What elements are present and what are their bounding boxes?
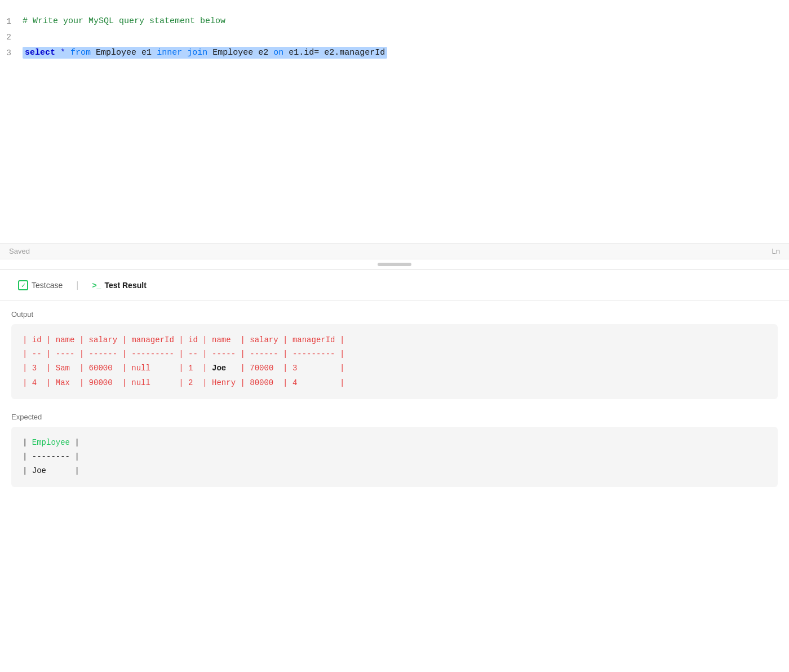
kw-join: join [187,48,207,58]
tab-testresult-label: Test Result [104,281,146,290]
line-content-3: select * from Employee e1 inner join Emp… [23,46,789,60]
output-row-2: | -- | ---- | ------ | --------- | -- | … [23,347,766,361]
output-box: | id | name | salary | managerId | id | … [11,324,778,399]
line-number-1: 1 [0,15,23,28]
status-ln: Ln [772,247,780,255]
tab-testcase[interactable]: ✓ Testcase [11,277,69,294]
expected-row-1: | Employee | [23,436,766,450]
line-number-3: 3 [0,47,23,59]
expected-row-2: | -------- | [23,450,766,464]
code-line-2: 2 [0,29,789,45]
tab-separator: | [76,280,78,290]
code-line-1: 1 # Write your MySQL query statement bel… [0,14,789,29]
code-lines: 1 # Write your MySQL query statement bel… [0,9,789,65]
bottom-panel: ✓ Testcase | >_ Test Result Output | id … [0,270,789,498]
expected-box: | Employee | | -------- | | Joe | [11,427,778,488]
kw-star: * [60,48,65,58]
output-row-4: | 4 | Max | 90000 | null | 2 | Henry | 8… [23,376,766,390]
output-row-1: | id | name | salary | managerId | id | … [23,333,766,347]
kw-from: from [70,48,91,58]
drag-handle-container[interactable] [0,259,789,270]
drag-handle[interactable] [378,263,411,266]
sql-highlighted: select * from Employee e1 inner join Emp… [23,47,387,59]
terminal-icon: >_ [92,281,101,290]
output-row-3: | 3 | Sam | 60000 | null | 1 | Joe | 700… [23,361,766,375]
tab-testresult[interactable]: >_ Test Result [85,277,153,293]
checkbox-icon: ✓ [18,280,28,290]
expected-section: Expected | Employee | | -------- | | Joe… [0,408,789,499]
code-editor[interactable]: 1 # Write your MySQL query statement bel… [0,0,789,259]
status-saved: Saved [9,247,30,255]
output-label: Output [11,310,778,319]
editor-status-bar: Saved Ln [0,243,789,259]
tab-testcase-label: Testcase [32,281,63,290]
line-number-2: 2 [0,31,23,43]
comment-text: # Write your MySQL query statement below [23,16,225,26]
expected-label: Expected [11,413,778,421]
line-content-2 [23,30,789,44]
output-section: Output | id | name | salary | managerId … [0,301,789,408]
line-content-1: # Write your MySQL query statement below [23,15,789,28]
code-line-3[interactable]: 3 select * from Employee e1 inner join E… [0,45,789,61]
kw-inner: inner [157,48,182,58]
kw-on: on [273,48,283,58]
kw-select: select [25,48,55,58]
expected-row-3: | Joe | [23,464,766,478]
tabs-bar[interactable]: ✓ Testcase | >_ Test Result [0,270,789,301]
